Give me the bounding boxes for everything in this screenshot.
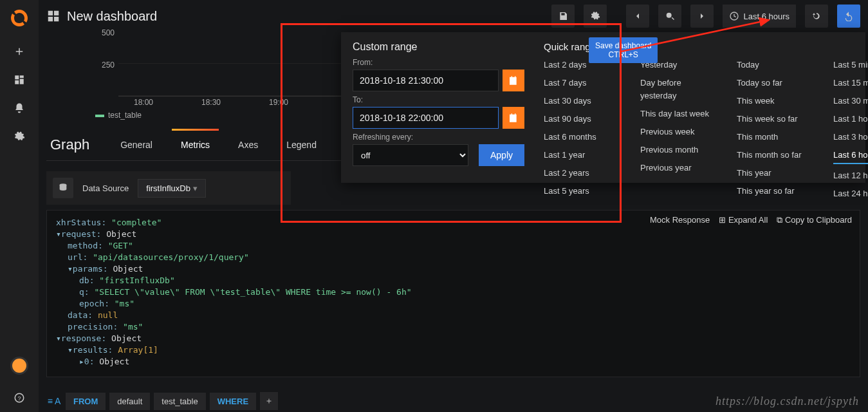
- edit-tabs: General Metrics Axes Legend: [106, 129, 331, 160]
- query-builder-row: ≡ A FROM default test_table WHERE: [46, 390, 278, 412]
- quick-range[interactable]: This year so far: [737, 185, 814, 198]
- where-keyword[interactable]: WHERE: [210, 393, 256, 410]
- nav-dashboards-icon[interactable]: [6, 67, 32, 93]
- quick-range[interactable]: Last 30 minutes: [833, 95, 868, 108]
- nav-alerting-icon[interactable]: [6, 95, 32, 121]
- tab-legend[interactable]: Legend: [272, 129, 331, 160]
- refresh-label: Refreshing every:: [353, 133, 524, 142]
- quick-range[interactable]: Last 1 hour: [833, 113, 868, 126]
- quick-range[interactable]: This day last week: [640, 108, 717, 120]
- datasource-row: Data Source firstInfluxDb: [46, 171, 291, 205]
- refresh-button[interactable]: [805, 5, 828, 28]
- quick-ranges-col-4: . Last 5 minutes Last 15 minutes Last 30…: [833, 41, 868, 174]
- quick-range[interactable]: Last 5 minutes: [833, 59, 868, 71]
- quick-range-selected[interactable]: Last 6 hours: [833, 149, 868, 164]
- zoom-out-button[interactable]: [658, 5, 681, 28]
- time-next-button[interactable]: [690, 5, 714, 28]
- tab-metrics[interactable]: Metrics: [167, 129, 224, 160]
- to-input[interactable]: [353, 107, 499, 129]
- code-line[interactable]: ▾response: Object: [56, 333, 851, 344]
- mock-response-link[interactable]: Mock Response: [650, 214, 710, 226]
- where-add-button[interactable]: [260, 392, 278, 410]
- code-line[interactable]: ▾params: Object: [68, 263, 851, 275]
- discard-button[interactable]: [837, 5, 860, 28]
- time-prev-button[interactable]: [626, 5, 649, 28]
- quick-range[interactable]: This week so far: [737, 113, 814, 126]
- expand-all-link[interactable]: ⊞ Expand All: [719, 214, 768, 226]
- xtick: 18:00: [134, 98, 153, 107]
- from-policy[interactable]: default: [109, 393, 150, 410]
- code-line[interactable]: ▸0: Object: [79, 356, 851, 368]
- time-range-picker-button[interactable]: Last 6 hours: [723, 5, 796, 28]
- query-handle[interactable]: ≡ A: [46, 396, 62, 406]
- svg-text:?: ?: [17, 395, 21, 402]
- watermark: https://blog.csdn.net/jspyth: [716, 395, 859, 408]
- apply-button[interactable]: Apply: [479, 144, 524, 166]
- code-line: method: "GET": [68, 240, 851, 252]
- datasource-select[interactable]: firstInfluxDb: [138, 179, 205, 198]
- code-line: precision: "ms": [68, 321, 851, 333]
- panel-chart: 500 250 18:00 18:30 19:00 test_table: [95, 32, 346, 116]
- nav-help-icon[interactable]: ?: [6, 385, 32, 411]
- nav-config-icon[interactable]: [6, 124, 32, 149]
- quick-range[interactable]: Last 7 days: [544, 77, 621, 89]
- quick-range[interactable]: Last 24 hours: [833, 187, 868, 200]
- quick-range[interactable]: Last 6 months: [544, 131, 621, 144]
- time-range-label: Last 6 hours: [743, 12, 790, 21]
- quick-range[interactable]: Last 90 days: [544, 113, 621, 126]
- quick-range[interactable]: Last 5 years: [544, 185, 621, 198]
- code-line: url: "api/datasources/proxy/1/query": [68, 252, 851, 263]
- quick-range[interactable]: Last 2 years: [544, 167, 621, 180]
- quick-range[interactable]: This week: [737, 95, 814, 108]
- custom-range-section: Custom range From: To: Refreshing every:…: [353, 41, 524, 174]
- code-line[interactable]: ▾results: Array[1]: [68, 344, 851, 356]
- quick-range[interactable]: Today: [737, 59, 814, 71]
- user-avatar[interactable]: [10, 357, 28, 375]
- nav-create-icon[interactable]: [6, 39, 32, 64]
- dashboards-icon: [46, 9, 60, 23]
- tab-general[interactable]: General: [106, 129, 167, 160]
- tab-axes[interactable]: Axes: [224, 129, 272, 160]
- quick-range[interactable]: This month so far: [737, 149, 814, 162]
- code-line[interactable]: ▾request: Object: [56, 229, 851, 240]
- save-button[interactable]: [551, 5, 575, 28]
- quick-range[interactable]: Previous week: [640, 126, 717, 138]
- code-line: db: "firstInfluxDb": [79, 275, 851, 286]
- quick-range[interactable]: Last 12 hours: [833, 169, 868, 182]
- from-keyword[interactable]: FROM: [66, 393, 106, 410]
- xtick: 19:00: [269, 98, 288, 107]
- save-tooltip: Save dashboard CTRL+S: [589, 37, 658, 63]
- quick-range[interactable]: This month: [737, 131, 814, 144]
- datasource-label: Data Source: [82, 183, 129, 193]
- from-calendar-button[interactable]: [503, 70, 524, 91]
- panel-type-heading: Graph: [46, 136, 106, 153]
- to-calendar-button[interactable]: [503, 107, 524, 129]
- quick-range[interactable]: This year: [737, 167, 814, 180]
- ytick: 500: [95, 28, 115, 37]
- quick-range[interactable]: Previous year: [640, 162, 717, 174]
- from-label: From:: [353, 58, 524, 67]
- quick-range[interactable]: Previous month: [640, 144, 717, 156]
- quick-range[interactable]: Day before yesterday: [640, 77, 717, 102]
- quick-range[interactable]: Last 3 hours: [833, 131, 868, 144]
- quick-range[interactable]: Last 1 year: [544, 149, 621, 162]
- dashboard-title[interactable]: New dashboard: [67, 9, 157, 24]
- grafana-logo: [9, 8, 30, 28]
- from-input[interactable]: [353, 70, 499, 91]
- query-inspector-pane: Mock Response ⊞ Expand All ⧉ Copy to Cli…: [46, 210, 860, 377]
- refresh-select[interactable]: off: [353, 144, 468, 166]
- database-icon: [53, 178, 73, 198]
- quick-range[interactable]: Today so far: [737, 77, 814, 89]
- ytick: 250: [95, 61, 115, 70]
- from-measurement[interactable]: test_table: [154, 393, 205, 410]
- xtick: 18:30: [201, 98, 221, 107]
- quick-range[interactable]: Last 30 days: [544, 95, 621, 108]
- chart-legend[interactable]: test_table: [95, 111, 142, 120]
- quick-range[interactable]: Last 15 minutes: [833, 77, 868, 89]
- code-line: q: "SELECT \"value\" FROM \"test_table\"…: [79, 286, 851, 298]
- quick-ranges-col-3: . Today Today so far This week This week…: [737, 41, 814, 174]
- code-line: epoch: "ms": [79, 298, 851, 310]
- left-nav-rail: ?: [0, 0, 39, 412]
- settings-button[interactable]: [584, 5, 607, 28]
- copy-clipboard-link[interactable]: ⧉ Copy to Clipboard: [777, 214, 852, 226]
